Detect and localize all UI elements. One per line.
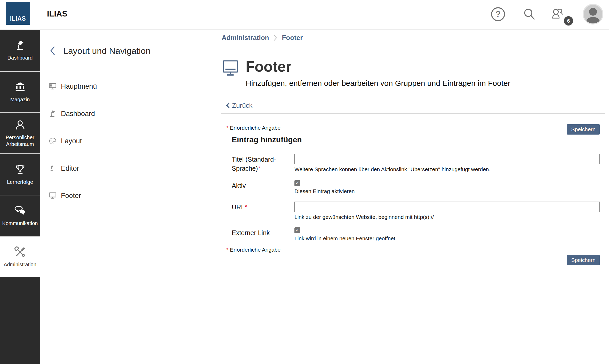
main-content: Administration Footer Footer Hinzufügen,… [212,30,609,364]
avatar[interactable] [583,4,603,24]
sidebar-item-label: Dashboard [6,54,34,61]
monitor-footer-icon [49,192,57,200]
field-control: ✓ Link wird in einem neuen Fenster geöff… [294,227,600,242]
back-link-label: Zurück [232,102,252,110]
field-label: Aktiv [232,180,294,194]
sidebar-item-kommunikation[interactable]: Kommunikation [0,195,40,236]
page-header-texts: Footer Hinzufügen, entfernen oder bearbe… [246,59,510,88]
tool-panel-header: Layout und Navigation [40,30,211,72]
field-label-text: Titel (Standard-Sprache) [232,156,276,172]
sidebar-item-label: Kommunikation [1,220,39,227]
online-users-button[interactable] [550,7,565,21]
field-label: URL* [232,202,294,220]
page-subtitle: Hinzufügen, entfernen oder bearbeiten vo… [246,79,510,88]
breadcrumb-footer[interactable]: Footer [282,34,303,42]
app-title: ILIAS [47,9,67,19]
checkmark-icon: ✓ [295,228,299,233]
panel-item-label: Layout [61,137,82,145]
sidebar-item-administration[interactable]: Administration [0,236,40,277]
bank-icon [14,81,26,93]
field-label-text: URL [232,203,245,211]
field-label: Externer Link [232,227,294,242]
required-asterisk: * [226,247,228,253]
page-title: Footer [246,59,510,75]
required-note-text: Erforderliche Angabe [230,247,281,253]
panel-item-editor[interactable]: Editor [40,155,211,182]
sidebar-item-arbeitsraum[interactable]: Persönlicher Arbeitsraum [0,112,40,153]
form-row-externer-link: Externer Link ✓ Link wird in einem neuen… [221,227,605,242]
form-section-title: Eintrag hinzufügen [232,135,605,144]
required-note-top: * Erforderliche Angabe [226,125,605,131]
sidebar-item-label: Persönlicher Arbeitsraum [0,134,40,147]
field-control: Link zu der gewünschten Website, beginne… [294,202,600,220]
sidebar-item-label: Magazin [9,96,31,103]
page-header: Footer Hinzufügen, entfernen oder bearbe… [222,59,609,88]
required-asterisk: * [258,165,260,172]
sidebar-item-lernerfolge[interactable]: Lernerfolge [0,153,40,195]
lamp-icon [14,39,26,51]
sidebar-item-magazin[interactable]: Magazin [0,71,40,112]
field-control: Weitere Sprachen können über den Aktions… [294,154,600,173]
panel-item-label: Footer [61,192,81,200]
field-byline: Weitere Sprachen können über den Aktions… [294,166,600,172]
form-row-titel: Titel (Standard-Sprache)* Weitere Sprach… [221,154,605,173]
required-asterisk: * [245,203,247,211]
form-rows: Titel (Standard-Sprache)* Weitere Sprach… [221,154,605,242]
breadcrumb: Administration Footer [212,30,609,46]
main-sidebar: Dashboard Magazin Persönlicher Arbeitsra… [0,30,40,364]
aktiv-checkbox[interactable]: ✓ [294,180,300,186]
palette-icon [49,137,57,145]
panel-back-button[interactable] [49,44,60,57]
chevron-left-icon [226,102,230,109]
panel-item-label: Hauptmenü [61,82,97,90]
chevron-right-icon [273,35,277,41]
person-icon [14,119,26,131]
panel-item-label: Editor [61,164,79,172]
save-button-top[interactable]: Speichern [567,124,600,135]
field-byline: Link zu der gewünschten Website, beginne… [294,214,600,220]
sidebar-item-label: Administration [3,261,37,268]
back-link[interactable]: Zurück [226,102,609,110]
search-button[interactable] [522,7,536,21]
chevron-left-icon [49,45,56,56]
tools-icon [14,246,26,258]
panel-item-layout[interactable]: Layout [40,127,211,155]
ilias-logo[interactable]: ILIAS [6,2,30,25]
titel-input[interactable] [294,154,600,164]
help-button[interactable]: ? [491,7,505,21]
url-input[interactable] [294,202,600,212]
field-control: ✓ Diesen Eintrag aktivieren [294,180,600,194]
form-row-url: URL* Link zu der gewünschten Website, be… [221,202,605,220]
field-byline: Link wird in einem neuen Fenster geöffne… [294,235,600,242]
save-button-bottom[interactable]: Speichern [567,255,600,265]
sidebar-item-label: Lernerfolge [6,179,34,185]
lamp-icon [49,110,57,118]
help-icon: ? [491,7,505,21]
top-bar: ILIAS ILIAS ? 6 [0,0,609,30]
required-note-bottom: * Erforderliche Angabe [226,247,605,253]
panel-item-footer[interactable]: Footer [40,182,211,209]
field-label: Titel (Standard-Sprache)* [232,154,294,173]
online-users-icon [550,7,565,21]
required-note-text: Erforderliche Angabe [230,125,281,131]
bottom-actions: Speichern [221,255,605,265]
panel-item-hauptmenu[interactable]: Hauptmenü [40,73,211,100]
pen-icon [49,164,57,172]
required-asterisk: * [226,125,228,131]
online-count-badge: 6 [564,16,573,26]
breadcrumb-administration[interactable]: Administration [222,34,269,42]
add-entry-form: * Erforderliche Angabe Speichern Eintrag… [221,113,605,273]
trophy-icon [14,164,26,176]
panel-item-dashboard[interactable]: Dashboard [40,100,211,127]
monitor-footer-icon [222,59,239,77]
field-byline: Diesen Eintrag aktivieren [294,188,600,194]
sidebar-item-dashboard[interactable]: Dashboard [0,30,40,71]
monitor-list-icon [49,82,57,90]
panel-item-label: Dashboard [61,110,95,118]
externer-link-checkbox[interactable]: ✓ [294,227,300,233]
panel-title: Layout und Navigation [63,46,150,56]
chat-icon [14,205,26,217]
avatar-silhouette-icon [584,5,602,23]
ilias-logo-text: ILIAS [10,15,26,22]
form-row-aktiv: Aktiv ✓ Diesen Eintrag aktivieren [221,180,605,194]
